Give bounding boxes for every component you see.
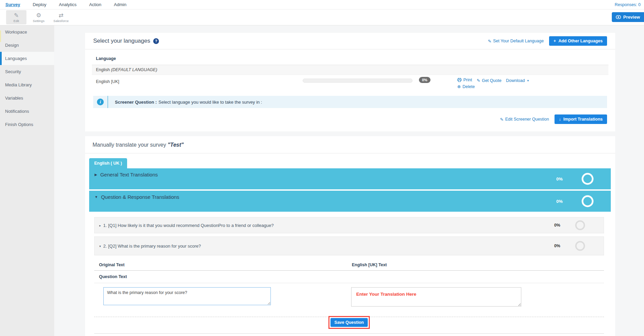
accordion-percent: 0% <box>556 176 563 182</box>
get-quote-label: Get Quote <box>482 78 502 84</box>
printer-icon <box>457 78 462 82</box>
language-row-actions: Print ✎ Get Quote Download ▾ ⊗ Delete <box>457 77 532 90</box>
progress-ring <box>582 195 593 207</box>
translation-input[interactable] <box>351 287 521 307</box>
delete-link[interactable]: ⊗ Delete <box>457 84 475 90</box>
set-default-language-link[interactable]: ✎ Set Your Default Language <box>488 39 544 44</box>
pencil-icon: ✎ <box>477 78 480 84</box>
accordion-label: ▼ Question & Response Translations <box>95 194 179 200</box>
language-table: Language English (DEFAULT LANGUAGE) Engl… <box>92 53 608 92</box>
question-title: 2. [Q2] What is the primary reason for y… <box>103 244 201 249</box>
sidebar-item-workspace[interactable]: Workspace <box>0 25 54 39</box>
download-dropdown[interactable]: Download ▾ <box>506 78 529 84</box>
print-label: Print <box>463 77 472 83</box>
screener-question-banner: i Screener Question : Select language yo… <box>93 96 607 108</box>
original-text-area[interactable]: What is the primary reason for your scor… <box>103 287 271 305</box>
accordion-label: ▶ General Text Translations <box>95 172 158 177</box>
accordion-title: General Text Translations <box>100 172 158 177</box>
question-row-q2[interactable]: ▾ 2. [Q2] What is the primary reason for… <box>94 236 604 255</box>
accordion-general-text-translations[interactable]: ▶ General Text Translations 0% <box>89 168 611 189</box>
languages-card-header: Select your languages ? ✎ Set Your Defau… <box>85 33 615 49</box>
get-quote-link[interactable]: ✎ Get Quote <box>477 78 501 84</box>
question-label: ▸ 1. [Q1] How likely is it that you woul… <box>99 223 274 228</box>
questions-panel: ▸ 1. [Q1] How likely is it that you woul… <box>94 217 604 334</box>
add-other-languages-button[interactable]: + Add Other Languages <box>549 36 607 46</box>
page-title: Select your languages <box>93 38 150 44</box>
languages-card: Select your languages ? ✎ Set Your Defau… <box>85 33 615 131</box>
plus-icon: + <box>554 39 556 43</box>
add-other-languages-label: Add Other Languages <box>558 39 603 43</box>
nav-item-survey[interactable]: Survey <box>5 2 20 7</box>
info-icon-wrap: i <box>93 96 107 108</box>
accordion-question-response-translations[interactable]: ▼ Question & Response Translations 0% <box>89 191 611 212</box>
default-language-suffix: (DEFAULT LANGUAGE) <box>111 67 157 72</box>
sidebar-item-design[interactable]: Design <box>0 39 54 52</box>
delete-label: Delete <box>462 84 475 90</box>
english-uk-label: English [UK] <box>96 79 119 84</box>
responses-count[interactable]: Responses: 0 <box>615 2 641 7</box>
translation-inputs-row: What is the primary reason for your scor… <box>94 287 604 307</box>
tab-english-uk[interactable]: English ( UK ) <box>89 158 127 168</box>
survey-toolbar: ✎ Edit ⚙ Settings ⇄ Salesforce Preview <box>0 9 644 25</box>
edit-icon: ✎ <box>14 12 19 19</box>
save-button-highlight: Save Question <box>328 316 370 329</box>
sidebar-item-security[interactable]: Security <box>0 65 54 78</box>
language-tab-row: English ( UK ) <box>85 153 615 168</box>
default-language-name: English <box>96 67 111 72</box>
screener-question-value: Select language you would like to take t… <box>159 100 262 105</box>
nav-item-analytics[interactable]: Analytics <box>59 2 77 7</box>
nav-item-admin[interactable]: Admin <box>114 2 126 7</box>
chevron-right-icon: ▸ <box>99 224 101 227</box>
tool-settings[interactable]: ⚙ Settings <box>28 10 49 24</box>
question-row-q1[interactable]: ▸ 1. [Q1] How likely is it that you woul… <box>94 217 604 233</box>
original-text-column-header: Original Text <box>94 262 352 267</box>
screener-actions-row: ✎ Edit Screener Question ↓ Import Transl… <box>85 108 615 131</box>
progress-ring <box>575 220 585 230</box>
sidebar-item-notifications[interactable]: Notifications <box>0 105 54 118</box>
languages-header-actions: ✎ Set Your Default Language + Add Other … <box>488 36 607 46</box>
language-column-header: Language <box>92 53 608 65</box>
import-arrow-icon: ↓ <box>559 117 561 122</box>
feedback-tab-sliver <box>0 30 1 42</box>
question-percent: 0% <box>554 244 560 248</box>
tool-settings-label: Settings <box>33 19 44 23</box>
screener-question-text: Screener Question : Select language you … <box>115 96 262 108</box>
top-navigation: Survey Deploy Analytics Action Admin Res… <box>0 0 644 9</box>
progress-ring <box>582 173 593 185</box>
nav-item-action[interactable]: Action <box>89 2 101 7</box>
preview-label: Preview <box>623 15 640 20</box>
sidebar-item-finish-options[interactable]: Finish Options <box>0 118 54 131</box>
print-link[interactable]: Print <box>457 77 472 83</box>
default-language-row: English (DEFAULT LANGUAGE) <box>92 65 608 75</box>
question-label: ▾ 2. [Q2] What is the primary reason for… <box>99 244 201 249</box>
preview-button[interactable]: Preview <box>612 12 644 22</box>
edit-screener-question-link[interactable]: ✎ Edit Screener Question <box>500 117 549 122</box>
main-content: Select your languages ? ✎ Set Your Defau… <box>54 25 644 336</box>
english-uk-row: English [UK] 0% Print ✎ Get Quote <box>92 75 608 92</box>
info-icon: i <box>97 99 104 105</box>
sidebar: Workspace Design Languages Security Medi… <box>0 25 54 336</box>
chevron-down-icon: ▾ <box>527 78 529 84</box>
screener-question-label: Screener Question : <box>115 100 157 105</box>
chevron-right-icon: ▶ <box>95 173 97 176</box>
sidebar-item-media-library[interactable]: Media Library <box>0 78 54 91</box>
nav-item-deploy[interactable]: Deploy <box>33 2 46 7</box>
translation-column-header: English [UK] Text <box>352 262 387 267</box>
tool-salesforce[interactable]: ⇄ Salesforce <box>51 10 71 24</box>
save-question-button[interactable]: Save Question <box>330 318 368 327</box>
edit-screener-question-label: Edit Screener Question <box>505 117 549 122</box>
accordion-title: Question & Response Translations <box>101 194 179 200</box>
help-icon[interactable]: ? <box>153 38 159 44</box>
question-title: 1. [Q1] How likely is it that you would … <box>103 223 274 228</box>
sidebar-item-languages[interactable]: Languages <box>0 52 54 65</box>
import-translations-label: Import Translations <box>563 117 603 122</box>
import-translations-button[interactable]: ↓ Import Translations <box>555 114 607 124</box>
sidebar-item-variables[interactable]: Variables <box>0 91 54 105</box>
set-default-language-label: Set Your Default Language <box>493 39 544 43</box>
tool-salesforce-label: Salesforce <box>54 19 69 23</box>
heading-prefix: Manually translate your survey <box>93 142 167 148</box>
tool-edit[interactable]: ✎ Edit <box>6 10 26 24</box>
progress-ring <box>575 241 585 251</box>
manual-translation-heading: Manually translate your survey "Test" <box>85 136 615 153</box>
survey-name: "Test" <box>167 142 183 148</box>
